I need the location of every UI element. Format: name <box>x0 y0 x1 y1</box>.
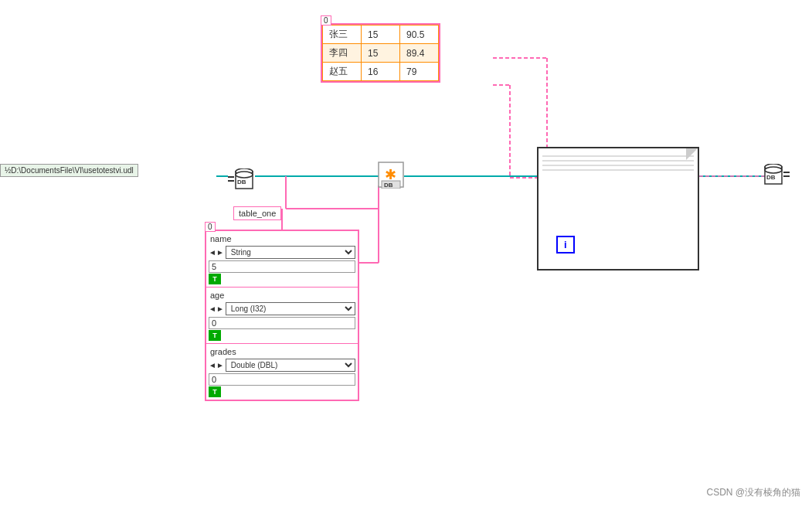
cell-grade-2: 89.4 <box>400 44 439 63</box>
cell-grade-1: 90.5 <box>400 26 439 44</box>
func-node[interactable]: ✱ DB <box>377 161 405 191</box>
svg-text:DB: DB <box>384 182 393 189</box>
field-bool-grades: T <box>209 386 221 397</box>
db-node-open[interactable]: DB <box>228 168 256 193</box>
field-label-grades: grades <box>206 345 358 358</box>
schema-field-name: name ◄► String 5 T <box>206 231 358 288</box>
svg-text:DB: DB <box>237 179 246 185</box>
cell-name-2: 李四 <box>323 44 362 63</box>
field-label-name: name <box>206 233 358 245</box>
cell-age-1: 15 <box>362 26 400 44</box>
field-type-row-age: ◄► Long (I32) <box>206 301 358 316</box>
table-row: 李四 15 89.4 <box>323 44 439 63</box>
svg-rect-39 <box>783 175 790 177</box>
field-bool-age: T <box>209 330 221 341</box>
table-row: 张三 15 90.5 <box>323 26 439 44</box>
svg-text:✱: ✱ <box>385 167 396 182</box>
cell-age-2: 15 <box>362 44 400 63</box>
svg-point-42 <box>765 167 782 173</box>
schema-panel: 0 name ◄► String 5 T age ◄► Long (I32) 0 <box>205 230 359 401</box>
field-type-select-age[interactable]: Long (I32) <box>226 302 355 315</box>
field-type-row-name: ◄► String <box>206 245 358 260</box>
svg-rect-20 <box>228 180 234 182</box>
table-name-label: table_one <box>233 206 281 220</box>
cell-name-1: 张三 <box>323 26 362 44</box>
field-type-row-grades: ◄► Double (DBL) <box>206 358 358 373</box>
svg-rect-19 <box>228 176 234 178</box>
field-label-age: age <box>206 289 358 301</box>
data-table: 张三 15 90.5 李四 15 89.4 赵五 16 79 <box>322 25 439 81</box>
field-value-grades: 0 <box>209 373 355 386</box>
table-top-index: 0 <box>321 15 331 26</box>
svg-point-23 <box>236 172 253 178</box>
db-node-close[interactable]: DB <box>763 164 791 191</box>
cell-name-3: 赵五 <box>323 63 362 81</box>
field-value-name: 5 <box>209 260 355 273</box>
data-table-top: 0 张三 15 90.5 李四 15 89.4 赵五 16 79 <box>321 23 440 83</box>
arrow-icon-name: ◄► <box>209 248 224 257</box>
file-path-container: ½D:\DocumentsFile\VI\usetotestvi.udl <box>0 164 138 177</box>
cell-grade-3: 79 <box>400 63 439 81</box>
svg-text:DB: DB <box>766 174 776 181</box>
schema-field-grades: grades ◄► Double (DBL) 0 T <box>206 344 358 400</box>
cell-age-3: 16 <box>362 63 400 81</box>
watermark: CSDN @没有棱角的猫 <box>706 486 800 499</box>
table-row: 赵五 16 79 <box>323 63 439 81</box>
svg-rect-38 <box>783 172 790 173</box>
field-type-select-grades[interactable]: Double (DBL) <box>226 359 355 372</box>
file-path-label: ½D:\DocumentsFile\VI\usetotestvi.udl <box>0 164 138 177</box>
arrow-icon-age: ◄► <box>209 305 224 313</box>
field-value-age: 0 <box>209 317 355 329</box>
schema-field-age: age ◄► Long (I32) 0 T <box>206 288 358 344</box>
i-info-badge: i <box>556 236 575 254</box>
schema-index: 0 <box>205 222 216 232</box>
field-bool-name: T <box>209 274 221 284</box>
field-type-select-name[interactable]: String <box>226 246 355 259</box>
arrow-icon-grades: ◄► <box>209 361 224 369</box>
